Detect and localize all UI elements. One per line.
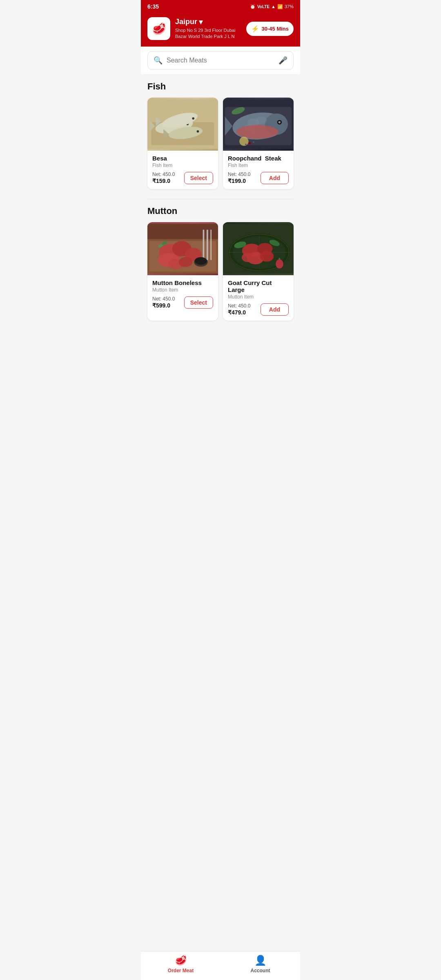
mutton-boneless-net: Net: 450.0 — [152, 296, 175, 302]
roopchand-bottom: Net: 450.0 ₹199.0 Add — [228, 172, 289, 184]
search-input[interactable] — [167, 57, 274, 64]
microphone-icon[interactable]: 🎤 — [278, 56, 287, 65]
mutton-boneless-bottom: Net: 450.0 ₹599.0 Select — [152, 296, 213, 309]
goat-curry-image — [223, 222, 294, 275]
roopchand-add-button[interactable]: Add — [261, 172, 289, 184]
logo-image: 🥩 — [152, 22, 166, 36]
status-icons: ⏰ VoLTE ▲ 📶 37% — [250, 4, 294, 9]
app-logo: 🥩 — [147, 17, 170, 40]
svg-point-10 — [192, 117, 194, 120]
svg-point-35 — [179, 257, 193, 267]
svg-point-43 — [195, 257, 207, 265]
goat-curry-bottom: Net: 450.0 ₹479.0 Add — [228, 303, 289, 316]
fish-section: Fish — [147, 81, 294, 189]
roopchand-category: Fish Item — [228, 163, 289, 168]
besa-name: Besa — [152, 155, 213, 162]
location-info[interactable]: Jaipur ▾ Shop No S 29 3rd Floor Dubai Ba… — [175, 18, 241, 40]
mutton-boneless-select-button[interactable]: Select — [184, 296, 213, 309]
status-time: 6:35 — [147, 3, 159, 10]
search-icon: 🔍 — [154, 56, 163, 65]
volte-icon: VoLTE — [257, 4, 270, 9]
mutton-section-title: Mutton — [147, 206, 294, 216]
svg-point-24 — [249, 142, 251, 145]
mutton-section: Mutton — [147, 206, 294, 321]
goat-curry-add-button[interactable]: Add — [261, 303, 289, 316]
goat-curry-name: Goat Curry Cut Large — [228, 279, 289, 293]
besa-net: Net: 450.0 — [152, 172, 175, 177]
search-bar[interactable]: 🔍 🎤 — [147, 51, 294, 69]
roopchand-image — [223, 98, 294, 151]
signal-icon: 📶 — [277, 4, 283, 9]
besa-select-button[interactable]: Select — [184, 172, 213, 184]
roopchand-net: Net: 450.0 — [228, 172, 250, 177]
svg-point-54 — [242, 253, 254, 262]
roopchand-price: ₹199.0 — [228, 178, 250, 184]
app-header: 🥩 Jaipur ▾ Shop No S 29 3rd Floor Dubai … — [141, 13, 300, 47]
svg-rect-38 — [210, 229, 212, 260]
fish-products-grid: Besa Fish Item Net: 450.0 ₹159.0 Select — [147, 98, 294, 189]
svg-point-17 — [255, 116, 267, 124]
main-content: Fish — [141, 75, 300, 370]
mutton-boneless-category: Mutton Item — [152, 287, 213, 293]
svg-point-19 — [236, 125, 278, 139]
status-bar: 6:35 ⏰ VoLTE ▲ 📶 37% — [141, 0, 300, 13]
goat-curry-info: Goat Curry Cut Large Mutton Item Net: 45… — [223, 275, 294, 321]
goat-curry-category: Mutton Item — [228, 294, 289, 300]
svg-point-25 — [253, 141, 254, 143]
goat-curry-price-info: Net: 450.0 ₹479.0 — [228, 303, 250, 316]
svg-rect-37 — [207, 229, 208, 260]
delivery-time-badge: ⚡ 30-45 Mins — [246, 22, 294, 36]
svg-point-7 — [197, 130, 199, 133]
svg-point-23 — [239, 137, 248, 146]
bolt-icon: ⚡ — [251, 25, 259, 33]
svg-rect-36 — [203, 229, 205, 260]
product-card-besa: Besa Fish Item Net: 450.0 ₹159.0 Select — [147, 98, 218, 189]
svg-point-26 — [245, 144, 247, 145]
delivery-time-text: 30-45 Mins — [262, 26, 289, 32]
city-name: Jaipur — [175, 18, 197, 26]
store-address: Shop No S 29 3rd Floor Dubai Bazar World… — [175, 27, 241, 40]
roopchand-name: Roopchand Steak — [228, 155, 289, 162]
mutton-boneless-price-info: Net: 450.0 ₹599.0 — [152, 296, 175, 309]
goat-curry-net: Net: 450.0 — [228, 303, 250, 309]
battery-level: 37% — [285, 4, 294, 9]
bottom-spacer — [147, 330, 294, 363]
besa-bottom: Net: 450.0 ₹159.0 Select — [152, 172, 213, 184]
search-container: 🔍 🎤 — [141, 47, 300, 75]
mutton-boneless-info: Mutton Boneless Mutton Item Net: 450.0 ₹… — [147, 275, 218, 314]
product-card-mutton-boneless: Mutton Boneless Mutton Item Net: 450.0 ₹… — [147, 222, 218, 321]
product-card-roopchand: Roopchand Steak Fish Item Net: 450.0 ₹19… — [223, 98, 294, 189]
roopchand-price-info: Net: 450.0 ₹199.0 — [228, 172, 250, 184]
besa-price-info: Net: 450.0 ₹159.0 — [152, 172, 175, 184]
svg-point-21 — [278, 121, 281, 124]
besa-info: Besa Fish Item Net: 450.0 ₹159.0 Select — [147, 151, 218, 189]
goat-curry-price: ₹479.0 — [228, 309, 250, 316]
section-separator — [147, 199, 294, 199]
mutton-boneless-image — [147, 222, 218, 275]
svg-point-53 — [260, 251, 274, 262]
besa-category: Fish Item — [152, 163, 213, 168]
mutton-products-grid: Mutton Boneless Mutton Item Net: 450.0 ₹… — [147, 222, 294, 321]
roopchand-info: Roopchand Steak Fish Item Net: 450.0 ₹19… — [223, 151, 294, 189]
besa-image — [147, 98, 218, 151]
mutton-boneless-price: ₹599.0 — [152, 302, 175, 309]
mutton-boneless-name: Mutton Boneless — [152, 279, 213, 286]
location-title[interactable]: Jaipur ▾ — [175, 18, 241, 27]
besa-price: ₹159.0 — [152, 178, 175, 184]
chevron-down-icon: ▾ — [199, 18, 203, 27]
wifi-icon: ▲ — [271, 4, 276, 9]
product-card-goat-curry: Goat Curry Cut Large Mutton Item Net: 45… — [223, 222, 294, 321]
fish-section-title: Fish — [147, 81, 294, 92]
alarm-icon: ⏰ — [250, 4, 256, 9]
